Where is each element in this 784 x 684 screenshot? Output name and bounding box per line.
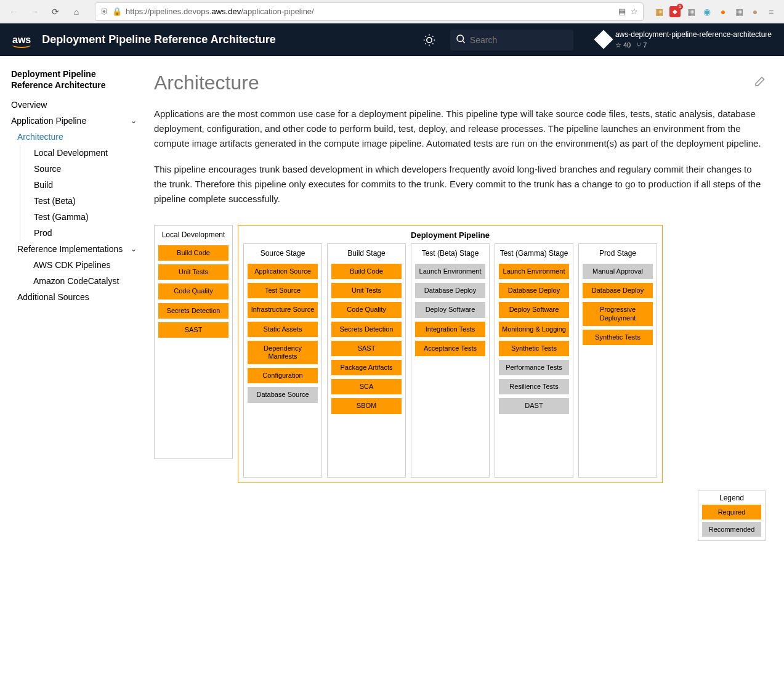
sidebar-item-ref-impl[interactable]: Reference Implementations ⌄	[11, 241, 137, 257]
chevron-down-icon: ⌄	[131, 245, 137, 253]
sidebar-item-test-gamma[interactable]: Test (Gamma)	[20, 209, 137, 225]
search-icon	[455, 33, 466, 46]
deployment-pipeline-frame: Deployment Pipeline Source Stage Applica…	[238, 225, 663, 483]
search-box[interactable]	[450, 30, 573, 51]
stage-build: Build Stage Build CodeUnit TestsCode Qua…	[327, 243, 406, 478]
pipeline-step[interactable]: Integration Tests	[415, 322, 485, 337]
pipeline-step[interactable]: Build Code	[331, 264, 402, 279]
sidebar-item-overview[interactable]: Overview	[11, 97, 137, 113]
sidebar-item-label: Application Pipeline	[11, 116, 86, 126]
ext-icon-3[interactable]: ▦	[685, 6, 697, 17]
pipeline-step[interactable]: Database Deploy	[583, 283, 653, 298]
pipeline-step[interactable]: Code Quality	[331, 302, 402, 317]
pipeline-step[interactable]: SBOM	[331, 398, 402, 413]
app-title[interactable]: Deployment Pipeline Reference Architectu…	[42, 33, 275, 46]
repo-stars: 40	[623, 41, 631, 49]
pipeline-step[interactable]: Database Deploy	[415, 283, 485, 298]
ext-icon-ublock[interactable]: ◆	[669, 6, 681, 17]
pipeline-step[interactable]: Infrastructure Source	[248, 302, 318, 317]
pipeline-step[interactable]: Manual Approval	[583, 264, 653, 279]
hamburger-icon[interactable]: ≡	[766, 6, 777, 17]
pipeline-step[interactable]: Launch Environment	[415, 264, 485, 279]
pipeline-step[interactable]: Application Source	[248, 264, 318, 279]
ext-icon-1[interactable]: ▦	[653, 6, 665, 17]
pipeline-step[interactable]: Performance Tests	[499, 360, 569, 375]
repo-info[interactable]: aws-deployment-pipeline-reference-archit…	[597, 30, 772, 50]
reload-button[interactable]: ⟳	[47, 3, 64, 20]
url-path: /application-pipeline/	[241, 7, 314, 16]
pipeline-step[interactable]: Database Deploy	[499, 283, 569, 298]
pipeline-step[interactable]: Dependency Manifests	[248, 341, 318, 364]
stage-title: Test (Gamma) Stage	[499, 248, 569, 259]
stage-prod: Prod Stage Manual ApprovalDatabase Deplo…	[578, 243, 657, 478]
pipeline-step[interactable]: Synthetic Tests	[583, 330, 653, 345]
sidebar-item-source[interactable]: Source	[20, 161, 137, 177]
pipeline-step[interactable]: Monitoring & Logging	[499, 322, 569, 337]
pipeline-step[interactable]: Secrets Detection	[158, 303, 228, 319]
reader-icon[interactable]: ▤	[618, 7, 626, 16]
lock-icon: 🔒	[112, 7, 122, 16]
pipeline-step[interactable]: Deploy Software	[415, 302, 485, 317]
sidebar-item-test-beta[interactable]: Test (Beta)	[20, 193, 137, 209]
home-button[interactable]: ⌂	[68, 3, 85, 20]
theme-toggle-button[interactable]	[419, 30, 439, 50]
pipeline-step[interactable]: Unit Tests	[158, 264, 228, 280]
pipeline-step[interactable]: Configuration	[248, 368, 318, 383]
pipeline-step[interactable]: Package Artifacts	[331, 360, 402, 375]
back-button[interactable]: ←	[5, 3, 22, 20]
aws-logo[interactable]: aws	[12, 35, 31, 46]
sidebar-item-cdk[interactable]: AWS CDK Pipelines	[20, 257, 137, 273]
pipeline-step[interactable]: Database Source	[248, 387, 318, 402]
extension-icons: ▦ ◆ ▦ ◉ ● ▦ ● ≡	[653, 6, 779, 17]
pipeline-step[interactable]: DAST	[499, 398, 569, 413]
stage-test-beta: Test (Beta) Stage Launch EnvironmentData…	[411, 243, 490, 478]
pipeline-step[interactable]: Launch Environment	[499, 264, 569, 279]
search-input[interactable]	[470, 35, 568, 45]
sidebar-item-codecat[interactable]: Amazon CodeCatalyst	[20, 273, 137, 289]
sidebar-item-local-dev[interactable]: Local Development	[20, 145, 137, 161]
pipeline-step[interactable]: Progressive Deployment	[583, 302, 653, 325]
ext-icon-5[interactable]: ●	[717, 6, 729, 17]
ext-icon-4[interactable]: ◉	[701, 6, 713, 17]
pipeline-step[interactable]: SAST	[158, 322, 228, 338]
stage-source: Source Stage Application SourceTest Sour…	[243, 243, 322, 478]
legend-title: Legend	[702, 494, 761, 502]
pipeline-step[interactable]: Code Quality	[158, 283, 228, 299]
sidebar-item-app-pipeline[interactable]: Application Pipeline ⌄	[11, 113, 137, 129]
sidebar-item-build[interactable]: Build	[20, 177, 137, 193]
pipeline-step[interactable]: Test Source	[248, 283, 318, 298]
pipeline-step[interactable]: Synthetic Tests	[499, 341, 569, 356]
ext-icon-grid[interactable]: ▦	[733, 6, 745, 17]
url-bar[interactable]: ⛨ 🔒 https://pipelines.devops.aws.dev/app…	[95, 2, 644, 21]
sidebar-item-architecture[interactable]: Architecture	[11, 129, 137, 145]
sidebar-item-addl[interactable]: Additional Sources	[11, 289, 137, 305]
url-domain: aws.dev	[211, 7, 241, 16]
repo-icon	[594, 30, 613, 49]
pipeline-step[interactable]: Acceptance Tests	[415, 341, 485, 356]
repo-forks: 7	[643, 41, 647, 49]
pipeline-step[interactable]: Resilience Tests	[499, 379, 569, 394]
svg-point-0	[427, 37, 432, 42]
pipeline-step[interactable]: Build Code	[158, 245, 228, 261]
app-header: aws Deployment Pipeline Reference Archit…	[0, 23, 784, 56]
pipeline-step[interactable]: Secrets Detection	[331, 322, 402, 337]
stage-title: Test (Beta) Stage	[415, 248, 485, 259]
bookmark-star-icon[interactable]: ☆	[631, 7, 638, 16]
edit-icon[interactable]	[753, 76, 766, 90]
sidebar-item-label: Reference Implementations	[17, 244, 123, 254]
svg-point-1	[457, 35, 464, 42]
sidebar-item-prod[interactable]: Prod	[20, 225, 137, 241]
pipeline-step[interactable]: Deploy Software	[499, 302, 569, 317]
ext-icon-7[interactable]: ●	[750, 6, 761, 17]
legend: Legend Required Recommended	[698, 491, 766, 541]
forward-button[interactable]: →	[26, 3, 43, 20]
pipeline-step[interactable]: SCA	[331, 379, 402, 394]
sidebar-section-title[interactable]: Deployment Pipeline Reference Architectu…	[11, 68, 137, 91]
stage-title: Build Stage	[331, 248, 402, 259]
pipeline-step[interactable]: SAST	[331, 341, 402, 356]
sidebar: Deployment Pipeline Reference Architectu…	[0, 56, 142, 684]
repo-name: aws-deployment-pipeline-reference-archit…	[615, 30, 772, 40]
pipeline-step[interactable]: Unit Tests	[331, 283, 402, 298]
pipeline-step[interactable]: Static Assets	[248, 322, 318, 337]
stage-local-development: Local Development Build CodeUnit TestsCo…	[154, 225, 233, 459]
